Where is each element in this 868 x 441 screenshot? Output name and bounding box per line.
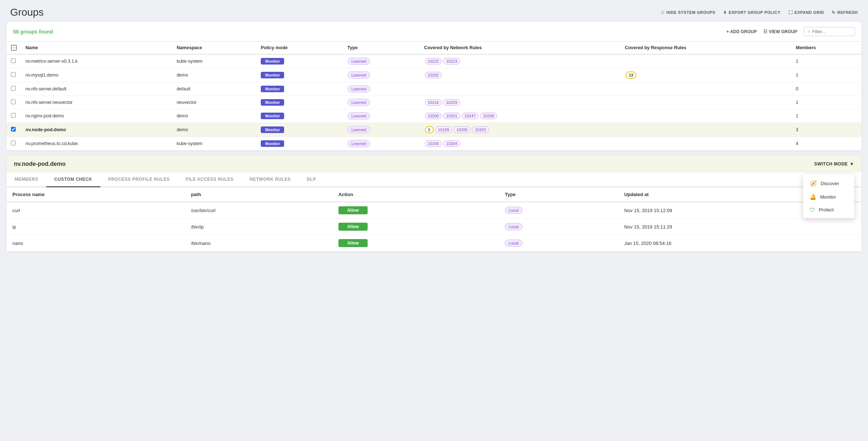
row-name: nv.nginx-pod.demo	[21, 109, 172, 123]
network-rule-tag[interactable]: 10202	[425, 72, 442, 78]
table-row[interactable]: nv.nfs-server.defaultdefaultMonitorLearn…	[7, 82, 861, 96]
network-rule-tag[interactable]: 10216	[425, 99, 442, 106]
process-updated-cell: Jan 15, 2020 08:54:16	[618, 235, 861, 251]
row-checkbox[interactable]	[11, 86, 16, 91]
process-action-cell: Allow	[333, 235, 499, 251]
table-row[interactable]: nv.node-pod.demodemoMonitorLearned110189…	[7, 123, 861, 137]
row-namespace: kube-system	[172, 137, 256, 151]
network-rule-tag[interactable]: 10169	[425, 140, 442, 147]
row-namespace: demo	[172, 68, 256, 82]
binoculars-icon: 🧭	[810, 180, 817, 187]
policy-mode-badge: Monitor	[261, 72, 284, 78]
dropdown-item-protect[interactable]: 🛡 Protect	[803, 203, 854, 216]
action-allow-badge: Allow	[338, 239, 368, 247]
tab-file-access-rules[interactable]: FILE ACCESS RULES	[178, 172, 241, 187]
type-badge: Learned	[348, 71, 370, 79]
tab-custom-check[interactable]: CUSTOM CHECK	[46, 172, 100, 187]
row-checkbox[interactable]	[11, 58, 16, 63]
view-group-button[interactable]: ☷ VIEW GROUP	[763, 29, 797, 34]
table-row[interactable]: nv.metrics-server-v0.3.1.kkube-systemMon…	[7, 54, 861, 68]
tab-members[interactable]: MEMBERS	[7, 172, 46, 187]
row-checkbox[interactable]	[11, 99, 16, 104]
row-checkbox[interactable]	[11, 72, 16, 77]
row-response-rules	[620, 109, 791, 123]
dropdown-item-monitor[interactable]: 🔔 Monitor	[803, 190, 854, 203]
table-row[interactable]: nv.prometheus.to.cd.kube.kube-systemMoni…	[7, 137, 861, 151]
switch-mode-button[interactable]: SWITCH MODE ▼	[814, 161, 854, 167]
row-checkbox[interactable]	[11, 127, 16, 132]
tab-dlp[interactable]: DLP	[299, 172, 324, 187]
hide-system-groups-button[interactable]: 👁⃠ HIDE SYSTEM GROUPS	[662, 10, 716, 15]
network-rule-tag[interactable]: 10189	[435, 126, 452, 133]
th-namespace: Namespace	[172, 42, 256, 55]
network-rule-tag[interactable]: 10222	[425, 58, 442, 65]
table-header-row: − Name Namespace Policy mode Type Covere…	[7, 42, 861, 55]
type-badge: Learned	[348, 99, 370, 106]
row-response-rules	[620, 54, 791, 68]
export-group-policy-button[interactable]: ⬇ EXPORT GROUP POLICY	[723, 10, 780, 15]
row-response-rules: 13	[620, 68, 791, 82]
row-checkbox-cell[interactable]	[7, 54, 21, 68]
row-checkbox[interactable]	[11, 141, 16, 145]
row-members: 1	[791, 54, 861, 68]
grid-icon: ⛶	[788, 10, 793, 15]
response-rule-tag[interactable]: 13	[625, 71, 636, 79]
row-policy-mode: Monitor	[256, 123, 343, 137]
th-policy-mode: Policy mode	[256, 42, 343, 55]
tab-network-rules[interactable]: NETWORK RULES	[242, 172, 299, 187]
row-checkbox-cell[interactable]	[7, 82, 21, 96]
network-rule-tag[interactable]: 10247	[462, 113, 479, 119]
detail-tabs: MEMBERS CUSTOM CHECK PROCESS PROFILE RUL…	[7, 172, 861, 187]
row-network-rules	[420, 82, 621, 96]
row-namespace: default	[172, 82, 256, 96]
th-select-all[interactable]: −	[7, 42, 21, 55]
row-checkbox-cell[interactable]	[7, 137, 21, 151]
select-all-checkbox[interactable]: −	[11, 45, 17, 51]
page-header: Groups 👁⃠ HIDE SYSTEM GROUPS ⬇ EXPORT GR…	[0, 0, 868, 22]
row-checkbox-cell[interactable]	[7, 68, 21, 82]
row-checkbox-cell[interactable]	[7, 109, 21, 123]
add-group-button[interactable]: + ADD GROUP	[726, 29, 757, 34]
pth-path: path	[185, 187, 333, 202]
expand-grid-button[interactable]: ⛶ EXPAND GRID	[788, 10, 824, 15]
network-rule-tag[interactable]: 10200	[425, 113, 442, 119]
row-type: Learned	[343, 82, 420, 96]
type-badge: Learned	[348, 85, 370, 93]
network-rule-tag[interactable]: 10200	[453, 126, 470, 133]
row-network-rules: 10202	[420, 68, 621, 82]
process-type-cell: Local	[499, 235, 618, 251]
network-rule-tag[interactable]: 10201	[443, 113, 460, 119]
network-rule-tag[interactable]: 10203	[472, 126, 489, 133]
network-rule-tag[interactable]: 10248	[480, 113, 497, 119]
process-name-cell: curl	[7, 202, 185, 219]
row-policy-mode: Monitor	[256, 137, 343, 151]
policy-mode-badge: Monitor	[261, 113, 284, 119]
table-row[interactable]: nv.mysql1.demodemoMonitorLearned10202131	[7, 68, 861, 82]
row-network-rules: 1021610229	[420, 96, 621, 109]
filter-wrap[interactable]: ▿	[804, 27, 855, 36]
row-checkbox-cell[interactable]	[7, 96, 21, 109]
policy-mode-badge: Monitor	[261, 58, 284, 65]
chevron-down-icon: ▼	[850, 161, 854, 167]
refresh-icon: ↻	[832, 10, 836, 15]
table-row[interactable]: nv.nginx-pod.demodemoMonitorLearned10200…	[7, 109, 861, 123]
switch-mode-dropdown: 🧭 Discover 🔔 Monitor 🛡 Protect	[803, 175, 854, 218]
tab-process-profile-rules[interactable]: PROCESS PROFILE RULES	[100, 172, 178, 187]
refresh-button[interactable]: ↻ REFRESH	[832, 10, 858, 15]
row-checkbox[interactable]	[11, 113, 16, 118]
row-namespace: kube-system	[172, 54, 256, 68]
detail-header: nv.node-pod.demo SWITCH MODE ▼	[7, 156, 861, 172]
row-checkbox-cell[interactable]	[7, 123, 21, 137]
network-rule-tag[interactable]: 10204	[443, 140, 460, 147]
process-name-cell: ip	[7, 219, 185, 235]
dropdown-item-discover[interactable]: 🧭 Discover	[803, 177, 854, 190]
filter-input[interactable]	[812, 29, 851, 34]
process-name-cell: nano	[7, 235, 185, 251]
network-rule-tag[interactable]: 10223	[443, 58, 460, 65]
table-row[interactable]: nv.nfs-server.neuvectorneuvectorMonitorL…	[7, 96, 861, 109]
network-rule-tag[interactable]: 1	[425, 126, 434, 133]
row-members: 3	[791, 123, 861, 137]
detail-panel: nv.node-pod.demo SWITCH MODE ▼ 🧭 Discove…	[7, 156, 861, 251]
row-network-rules: 1016910204	[420, 137, 621, 151]
network-rule-tag[interactable]: 10229	[443, 99, 460, 106]
